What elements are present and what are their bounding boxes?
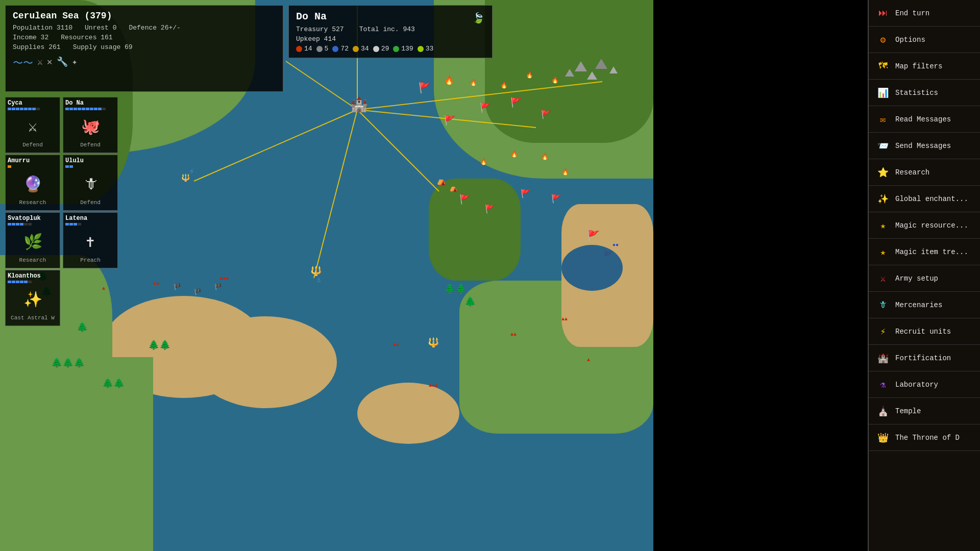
sidebar-btn-research[interactable]: ⭐Research [869,159,980,186]
sidebar-btn-global-enchant[interactable]: ✨Global enchant... [869,186,980,212]
sidebar-btn-magic-resource[interactable]: ★Magic resource... [869,212,980,239]
red-army-5[interactable]: 🏴 [214,283,222,291]
purple-banner-2: 🚩 [444,115,455,126]
fire-6: 🔥 [480,158,487,166]
sidebar-btn-options[interactable]: ⚙Options [869,27,980,53]
fortification-label: Fortification [895,354,951,362]
city-leaf-icon: 🍃 [472,12,485,24]
unit-card-svatopluk[interactable]: Svatopluk🌿Research [5,212,60,268]
purple-banner-10: 🚩 [587,230,600,242]
resources-row: 14572342913933 [296,45,485,53]
sidebar-btn-army-setup[interactable]: ⚔Army setup [869,265,980,292]
sidebar-btn-laboratory[interactable]: ⚗Laboratory [869,371,980,398]
send-messages-icon: 📨 [876,139,890,153]
purple-banner-1: 🚩 [419,82,431,94]
unit-r1: ▲▲ [153,281,159,286]
red-army-2[interactable]: ⛺ [449,184,458,192]
fire-4: 🔥 [526,71,533,79]
fire-5: 🔥 [551,77,559,84]
sidebar-btn-recruit-units[interactable]: ⚡Recruit units [869,318,980,345]
options-icon: ⚙ [876,33,890,47]
magic-resource-label: Magic resource... [895,221,968,230]
mercenaries-label: Mercenaries [895,301,942,309]
fire-8: 🔥 [541,153,549,161]
unit-card-cyca[interactable]: Cyca⚔Defend [5,97,60,153]
laboratory-icon: ⚗ [876,378,890,392]
unit-card-ululu[interactable]: Ululu🗡Defend [63,155,118,211]
sidebar-btn-temple[interactable]: ⛪Temple [869,398,980,424]
fortification-icon: 🏰 [876,351,890,365]
sea-unit-2[interactable]: 🔱 [181,173,190,182]
fire-3: 🔥 [500,82,508,89]
cross-icon[interactable]: ✕ [47,56,53,70]
army-setup-icon: ⚔ [876,271,890,286]
fire-1: 🔥 [444,76,454,86]
forest-6: 🌲 [464,296,476,307]
sea-unit-3[interactable]: 🔱 [310,265,322,277]
income-stat: Income 32 [13,34,48,41]
fire-2: 🔥 [470,79,477,87]
unit-b1: ●● [612,242,619,248]
resource-item-0: 14 [296,45,312,53]
red-army-3[interactable]: 🏴 [174,283,181,291]
statistics-icon: 📊 [876,86,890,100]
resource-item-2: 72 [332,45,349,53]
unrest-stat: Unrest 0 [85,24,116,32]
mercenaries-icon: 🗡 [876,298,890,312]
read-messages-label: Read Messages [895,115,951,123]
svg-line-6 [286,61,357,110]
wrench-icon[interactable]: 🔧 [57,56,68,70]
purple-banner-5: 🚩 [541,110,551,120]
unit-r4: ▲▲ [393,342,399,347]
unit-r7: ▲▲ [561,316,568,322]
map-filters-icon: 🗺 [876,59,890,73]
forest-4: 🌲🌲 [102,378,125,389]
sidebar-btn-statistics[interactable]: 📊Statistics [869,80,980,106]
purple-banner-3: 🚩 [480,102,491,113]
magic-item-tre-label: Magic item tre... [895,248,968,256]
supply-usage-stat: Supply usage 69 [73,43,133,51]
inland-sea [561,245,623,291]
unit-panel: Cyca⚔DefendDo Na🐙DefendAmurru🔮ResearchUl… [5,97,119,326]
sidebar-btn-end-turn[interactable]: ⏭End turn [869,0,980,27]
sea-unit-5[interactable]: 🔱 [428,337,439,348]
end-turn-icon: ⏭ [876,6,890,20]
statistics-label: Statistics [895,89,938,97]
recruit-units-icon: ⚡ [876,324,890,339]
sidebar-btn-magic-item-tre[interactable]: ★Magic item tre... [869,239,980,265]
red-army-4[interactable]: 🏴 [194,288,202,296]
svg-line-3 [357,110,439,191]
send-messages-label: Send Messages [895,142,951,150]
recruit-units-label: Recruit units [895,328,951,336]
sea-unit-4[interactable]: ⚓ [316,276,321,284]
forest-5: 🌲🌲 [444,283,467,294]
fire-7: 🔥 [510,151,518,158]
unit-card-amurru[interactable]: Amurru🔮Research [5,155,60,211]
purple-banner-6: 🚩 [459,194,471,205]
army-setup-label: Army setup [895,274,938,283]
water-icon: 〜〜 [13,56,33,70]
purple-banner-8: 🚩 [521,189,531,199]
sidebar-btn-send-messages[interactable]: 📨Send Messages [869,133,980,159]
star-icon[interactable]: ✦ [72,56,78,70]
sidebar-btn-read-messages[interactable]: ✉Read Messages [869,106,980,133]
unit-card-do na[interactable]: Do Na🐙Defend [63,97,118,153]
treasury-stat: Treasury 527 [296,26,344,33]
sidebar-btn-fortification[interactable]: 🏰Fortification [869,345,980,371]
sidebar-btn-map-filters[interactable]: 🗺Map filters [869,53,980,80]
unit-card-kloanthos[interactable]: Kloanthos✨Cast Astral W [5,270,60,326]
red-army-1[interactable]: ⛺ [436,176,447,186]
temple-icon: ⛪ [876,404,890,418]
resource-item-1: 5 [316,45,329,53]
sidebar-btn-throne-of-d[interactable]: 👑The Throne of D [869,424,980,451]
city-panel: Do Na 🍃 Treasury 527 Total inc. 943 Upke… [288,5,493,58]
unit-card-latena[interactable]: Latena✝Preach [63,212,118,268]
sidebar-btn-mercenaries[interactable]: 🗡Mercenaries [869,292,980,318]
end-turn-label: End turn [895,9,929,17]
central-fortress[interactable]: 🏰 [350,96,368,113]
temple-label: Temple [895,407,921,415]
unit-r6: ▲▲ [510,332,517,337]
research-icon: ⭐ [876,165,890,180]
swords-icon[interactable]: ⚔ [37,56,43,70]
population-stat: Population 3110 [13,24,72,32]
